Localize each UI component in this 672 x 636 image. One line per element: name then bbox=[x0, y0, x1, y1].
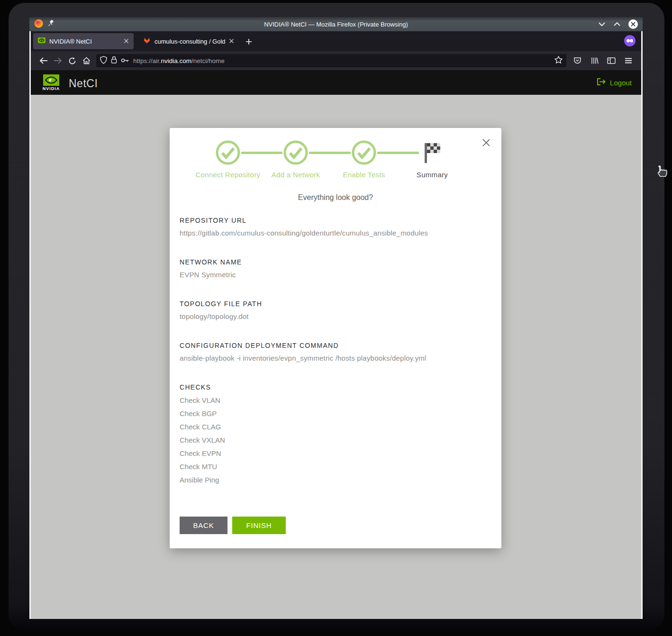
tab-gitlab[interactable]: cumulus-consulting / Golde bbox=[138, 33, 239, 49]
summary-question: Everything look good? bbox=[170, 193, 501, 202]
checks-label: CHECKS bbox=[180, 383, 211, 391]
back-button[interactable]: BACK bbox=[180, 517, 227, 534]
step-label: Summary bbox=[417, 171, 448, 179]
field-label-network-name: NETWORK NAME bbox=[180, 258, 242, 266]
tab-netci[interactable]: NVIDIA® NetCI bbox=[33, 33, 134, 49]
logout-label: Logout bbox=[610, 79, 632, 87]
forward-button[interactable] bbox=[51, 54, 65, 68]
tab-title: NVIDIA® NetCI bbox=[49, 38, 120, 45]
wizard-step-enable-tests: Enable Tests bbox=[326, 171, 402, 179]
gitlab-favicon bbox=[143, 36, 151, 46]
wizard-step-connect-repository: Connect Repository bbox=[190, 171, 266, 179]
field-label-repository-url: REPOSITORY URL bbox=[180, 217, 246, 224]
home-button[interactable] bbox=[79, 54, 93, 68]
finish-button[interactable]: FINISH bbox=[232, 517, 286, 534]
check-item: Check VXLAN bbox=[180, 434, 225, 447]
wizard-step-add-network: Add a Network bbox=[258, 171, 334, 179]
wizard-step-summary: Summary bbox=[394, 171, 470, 179]
bookmark-star-icon[interactable] bbox=[554, 56, 563, 65]
key-icon[interactable] bbox=[121, 56, 129, 65]
field-value-deployment-command: ansible-playbook -i inventories/evpn_sym… bbox=[180, 354, 427, 362]
back-button[interactable] bbox=[36, 54, 51, 68]
desktop: NVIDIA® NetCI — Mozilla Firefox (Private… bbox=[0, 0, 672, 636]
field-label-topology-file-path: TOPOLOGY FILE PATH bbox=[180, 300, 262, 308]
step-check-icon bbox=[283, 140, 308, 167]
nvidia-favicon bbox=[38, 36, 45, 46]
window-title: NVIDIA® NetCI — Mozilla Firefox (Private… bbox=[29, 21, 643, 28]
step-label: Add a Network bbox=[272, 171, 320, 179]
nvidia-wordmark: NVIDIA bbox=[43, 86, 60, 91]
field-value-topology-file-path: topology/topology.dot bbox=[180, 312, 249, 320]
maximize-button[interactable] bbox=[613, 22, 621, 27]
url-text[interactable]: https://air.nvidia.com/netci/home bbox=[133, 57, 551, 64]
field-value-repository-url: https://gitlab.com/cumulus-consulting/go… bbox=[180, 229, 428, 237]
mouse-cursor bbox=[654, 165, 668, 183]
modal-close-icon[interactable] bbox=[481, 137, 491, 148]
logout-button[interactable]: Logout bbox=[597, 78, 632, 87]
minimize-button[interactable] bbox=[598, 22, 606, 27]
reload-button[interactable] bbox=[65, 54, 79, 68]
close-window-button[interactable] bbox=[628, 19, 638, 29]
checks-list: Check VLAN Check BGP Check CLAG Check VX… bbox=[180, 394, 225, 487]
private-browsing-icon bbox=[624, 35, 636, 46]
pocket-icon[interactable] bbox=[570, 54, 584, 68]
logout-icon bbox=[597, 78, 606, 87]
app-header: NVIDIA NetCI Logout bbox=[31, 70, 641, 95]
sidebar-toggle-icon[interactable] bbox=[604, 54, 618, 68]
check-item: Check BGP bbox=[180, 407, 225, 420]
url-bar[interactable]: https://air.nvidia.com/netci/home bbox=[96, 54, 566, 67]
wizard-modal: Connect Repository Add a Network Enable … bbox=[170, 128, 501, 548]
finish-flag-icon bbox=[423, 142, 442, 166]
step-connector bbox=[241, 152, 282, 154]
check-item: Check MTU bbox=[180, 460, 225, 473]
step-label: Enable Tests bbox=[343, 171, 385, 179]
tab-close-icon[interactable] bbox=[229, 38, 234, 45]
nav-toolbar: https://air.nvidia.com/netci/home bbox=[31, 51, 641, 70]
tab-title: cumulus-consulting / Golde bbox=[154, 38, 225, 45]
step-connector bbox=[377, 152, 419, 154]
lock-icon[interactable] bbox=[111, 56, 117, 65]
tracking-protection-icon[interactable] bbox=[100, 56, 107, 66]
field-value-network-name: EVPN Symmetric bbox=[180, 271, 236, 279]
tab-strip: NVIDIA® NetCI cumulus-consulting / Golde bbox=[31, 31, 641, 51]
tab-close-icon[interactable] bbox=[124, 38, 129, 45]
app-title: NetCI bbox=[69, 77, 98, 90]
check-item: Ansible Ping bbox=[180, 473, 225, 487]
menu-icon[interactable] bbox=[621, 54, 636, 68]
nvidia-eye-icon bbox=[43, 74, 59, 86]
nvidia-logo: NVIDIA bbox=[40, 74, 62, 91]
step-check-icon bbox=[216, 140, 240, 167]
titlebar: NVIDIA® NetCI — Mozilla Firefox (Private… bbox=[29, 17, 643, 31]
field-label-deployment-command: CONFIGURATION DEPLOYMENT COMMAND bbox=[180, 342, 339, 349]
check-item: Check VLAN bbox=[180, 394, 225, 407]
check-item: Check EVPN bbox=[180, 447, 225, 460]
library-icon[interactable] bbox=[587, 54, 601, 68]
step-check-icon bbox=[352, 140, 376, 167]
step-label: Connect Repository bbox=[195, 171, 260, 179]
step-connector bbox=[309, 152, 351, 154]
check-item: Check CLAG bbox=[180, 420, 225, 434]
new-tab-button[interactable] bbox=[245, 36, 252, 47]
